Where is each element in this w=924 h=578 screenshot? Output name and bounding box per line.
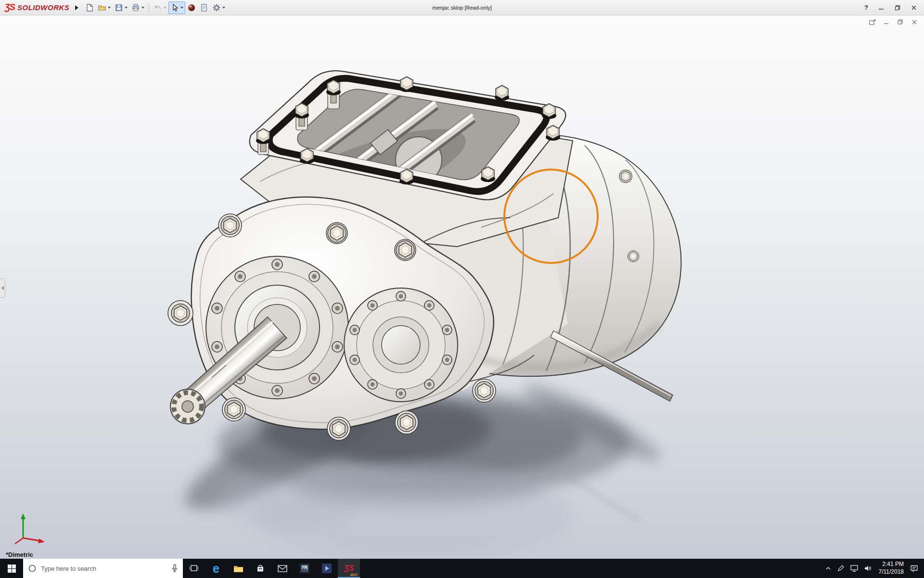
open-folder-icon	[98, 3, 106, 12]
material-sphere-button[interactable]	[185, 1, 198, 14]
help-button[interactable]: ?	[860, 4, 872, 11]
close-icon	[911, 5, 917, 11]
clock-date: 7/11/2018	[879, 568, 904, 576]
taskbar-app-mail[interactable]	[271, 559, 294, 578]
taskbar-app-solidworks[interactable]: ƷS 2017	[338, 559, 360, 578]
edge-icon: e	[213, 563, 219, 575]
solidworks-logo-text: SOLIDWORKS	[17, 3, 69, 12]
taskbar-clock[interactable]: 2:41 PM 7/11/2018	[879, 561, 904, 576]
print-button[interactable]	[129, 1, 146, 14]
triad-x-axis	[38, 539, 45, 543]
open-button[interactable]	[96, 1, 113, 14]
close-button[interactable]	[907, 2, 921, 13]
start-button[interactable]	[0, 559, 23, 578]
volume-icon	[864, 565, 873, 572]
triad-z-axis	[15, 538, 23, 544]
material-sphere-icon	[187, 3, 196, 12]
new-document-button[interactable]	[83, 1, 96, 14]
doc-restore-icon	[898, 19, 903, 25]
document-properties-button[interactable]	[198, 1, 210, 14]
photos-icon	[300, 564, 309, 573]
taskbar-app-edge[interactable]: e	[205, 559, 227, 578]
taskbar-app-task-view[interactable]	[183, 559, 205, 578]
pen-icon	[837, 565, 844, 572]
doc-minimize-icon	[884, 19, 889, 25]
solidworks-version-badge: 2017	[350, 573, 358, 577]
document-title: menjac sklop [Read-only]	[432, 5, 492, 11]
system-tray: 2:41 PM 7/11/2018	[820, 559, 924, 578]
clock-time: 2:41 PM	[879, 561, 904, 568]
undo-button[interactable]	[152, 1, 168, 14]
solidworks-app-icon: ƷS	[344, 564, 354, 573]
doc-close-button[interactable]	[910, 18, 919, 26]
windows-taskbar: e ƷS 2017 2:41 PM 7/11/2018	[0, 559, 924, 578]
orientation-triad[interactable]	[15, 513, 45, 544]
view-orientation-label: *Dimetric	[6, 551, 33, 558]
doc-minimize-button[interactable]	[882, 18, 891, 26]
movies-icon	[322, 564, 332, 573]
hidden-icons-button[interactable]	[825, 566, 831, 570]
doc-restore-pane-button[interactable]	[868, 18, 877, 26]
print-dropdown-icon[interactable]	[141, 7, 144, 9]
minimize-button[interactable]	[874, 2, 888, 13]
triad-y-axis	[21, 513, 26, 519]
task-view-icon	[189, 564, 199, 573]
feature-manager-collapse-tab[interactable]	[0, 278, 5, 298]
restore-icon	[895, 5, 900, 11]
options-dropdown-icon[interactable]	[222, 7, 225, 9]
restore-button[interactable]	[890, 2, 905, 13]
solidworks-logo: ƷS SOLIDWORKS	[3, 2, 74, 13]
output-bearing-boss	[344, 288, 458, 402]
chevron-left-icon	[1, 286, 4, 290]
save-dropdown-icon[interactable]	[125, 7, 128, 9]
store-icon	[256, 564, 265, 573]
volume-button[interactable]	[864, 565, 873, 572]
restore-pane-icon	[869, 19, 876, 25]
options-button[interactable]	[210, 1, 227, 14]
taskbar-app-photos[interactable]	[294, 559, 316, 578]
taskbar-search[interactable]	[23, 559, 183, 578]
new-document-icon	[85, 3, 94, 12]
titlebar: ƷS SOLIDWORKS menjac sklop [Read-on	[0, 0, 924, 15]
solidworks-logo-glyph: ƷS	[5, 2, 15, 13]
gear-icon	[212, 3, 221, 12]
toolbar-separator	[149, 3, 149, 13]
search-input[interactable]	[41, 565, 167, 572]
taskbar-app-movies[interactable]	[316, 559, 338, 578]
select-button[interactable]	[168, 1, 185, 14]
windows-logo-icon	[8, 565, 16, 573]
microphone-icon[interactable]	[171, 564, 178, 573]
doc-restore-button[interactable]	[896, 18, 905, 26]
chevron-up-icon	[825, 566, 831, 570]
gearbox-model[interactable]	[168, 71, 681, 440]
menu-expand-icon[interactable]	[75, 5, 78, 10]
taskbar-app-store[interactable]	[249, 559, 271, 578]
document-window-controls	[868, 18, 919, 26]
open-dropdown-icon[interactable]	[108, 7, 111, 9]
print-icon	[131, 3, 140, 12]
network-icon	[850, 565, 858, 572]
pen-settings-button[interactable]	[837, 565, 844, 572]
cortana-icon	[28, 564, 37, 573]
network-button[interactable]	[850, 565, 858, 572]
undo-dropdown-icon[interactable]	[164, 7, 167, 9]
file-explorer-icon	[233, 565, 244, 573]
gearbox-3d-scene[interactable]	[0, 15, 924, 559]
action-center-icon	[910, 565, 918, 572]
undo-icon	[154, 3, 162, 12]
action-center-button[interactable]	[910, 565, 918, 572]
taskbar-app-file-explorer[interactable]	[227, 559, 249, 578]
save-icon	[115, 3, 123, 12]
document-properties-icon	[200, 3, 208, 12]
select-cursor-icon	[170, 3, 179, 12]
select-dropdown-icon[interactable]	[180, 7, 183, 9]
save-button[interactable]	[113, 1, 129, 14]
mail-icon	[278, 565, 287, 572]
spline-end	[170, 389, 205, 424]
minimize-icon	[878, 5, 884, 11]
doc-close-icon	[911, 19, 917, 25]
3d-viewport[interactable]: *Dimetric	[0, 15, 924, 559]
